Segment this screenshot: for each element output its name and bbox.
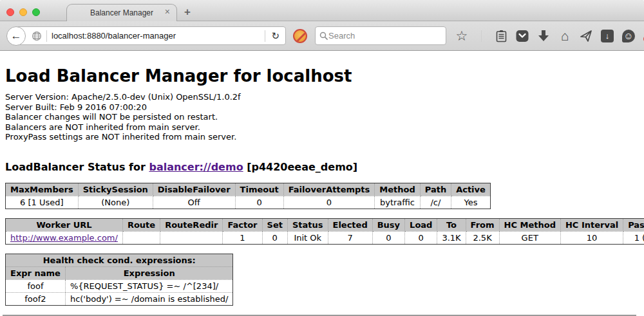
column-header: MaxMembers [6, 183, 79, 196]
table-title-row: Health check cond. expressions: [6, 254, 233, 266]
browser-window: Balancer Manager × + ← ↻ ☆ [0, 0, 644, 316]
column-header: RouteRedir [160, 218, 223, 231]
cell: GET [499, 231, 560, 244]
tab-balancer-manager[interactable]: Balancer Manager × [66, 4, 177, 21]
urlbar-divider [46, 30, 47, 42]
cell[interactable]: http://www.example.com/ [6, 231, 123, 244]
balancer-demo-link[interactable]: balancer://demo [149, 161, 243, 173]
column-header: FailoverAttempts [283, 183, 375, 196]
cell: Yes [451, 196, 491, 209]
header-row: Expr nameExpression [6, 266, 233, 279]
workers-table: Worker URLRouteRouteRedirFactorSetStatus… [5, 218, 644, 245]
column-header: Route [122, 218, 160, 231]
table-row: http://www.example.com/10Init Ok7003.1K2… [6, 231, 644, 244]
zoom-window-button[interactable] [32, 8, 40, 16]
search-input[interactable] [328, 31, 442, 41]
column-header: Set [262, 218, 287, 231]
cell: 3.1K [437, 231, 466, 244]
search-icon [319, 32, 328, 41]
traffic-lights [6, 8, 40, 16]
proxypass-notice-line: ProxyPass settings are NOT inherited fro… [5, 132, 639, 142]
pocket-icon[interactable] [516, 29, 529, 43]
reading-list-icon[interactable] [495, 29, 507, 43]
smiley-face-icon: ☺ [623, 30, 633, 42]
cell: 10 [560, 231, 623, 244]
cell: 0 [262, 231, 287, 244]
column-header: From [466, 218, 499, 231]
flashblock-icon[interactable] [293, 29, 307, 43]
back-arrow-icon: ← [11, 30, 22, 42]
header-row: MaxMembersStickySessionDisableFailoverTi… [6, 183, 491, 196]
search-bar[interactable] [315, 26, 446, 45]
new-tab-button[interactable]: + [184, 6, 191, 19]
cell: (None) [78, 196, 153, 209]
home-icon[interactable]: ⌂ [558, 29, 571, 43]
column-header: Elected [328, 218, 372, 231]
site-identity-globe-icon[interactable] [32, 31, 42, 41]
cell: 0 [372, 231, 404, 244]
column-header: Timeout [235, 183, 283, 196]
status-heading-suffix: [p4420eeae_demo] [243, 161, 358, 173]
tab-close-icon[interactable]: × [165, 7, 170, 16]
table-row: foof2hc('body') =~ /domain is establishe… [6, 292, 233, 305]
worker-url-link[interactable]: http://www.example.com/ [10, 233, 118, 243]
downloads-icon[interactable] [537, 29, 550, 43]
health-check-expressions-table: Health check cond. expressions:Expr name… [5, 254, 233, 306]
cell: Init Ok [287, 231, 328, 244]
persist-notice-line: Balancer changes will NOT be persisted o… [5, 112, 639, 122]
close-window-button[interactable] [6, 8, 14, 16]
cell: 6 [1 Used] [6, 196, 79, 209]
minimize-window-button[interactable] [19, 8, 27, 16]
reload-icon[interactable]: ↻ [270, 30, 285, 42]
inherit-notice-line: Balancers are NOT inherited from main se… [5, 122, 639, 133]
cell [122, 231, 160, 244]
cell: 2.5K [466, 231, 499, 244]
url-bar[interactable]: ↻ [15, 26, 286, 45]
balancer-settings-table: MaxMembersStickySessionDisableFailoverTi… [5, 183, 491, 209]
cell [160, 231, 223, 244]
column-header: Path [420, 183, 451, 196]
cell: hc('body') =~ /domain is established/ [65, 292, 233, 305]
server-version-line: Server Version: Apache/2.5.0-dev (Unix) … [5, 92, 639, 102]
cell: 0 [405, 231, 437, 244]
column-header: Status [287, 218, 328, 231]
send-plane-icon[interactable] [580, 29, 592, 43]
column-header: Busy [372, 218, 404, 231]
column-header: Factor [223, 218, 262, 231]
column-header: DisableFailover [153, 183, 235, 196]
urlbar-divider [265, 30, 265, 42]
table-title: Health check cond. expressions: [6, 254, 233, 266]
toolbar-icon-row: ☆ ⌂ ↓ ☺ ▾ [455, 29, 644, 43]
download-helper-icon[interactable]: ↓ [601, 30, 614, 42]
table-row: foof%{REQUEST_STATUS} =~ /^[234]/ [6, 279, 233, 292]
slash-icon [294, 30, 307, 42]
toolbar-divider [481, 30, 482, 42]
cell: bytraffic [375, 196, 420, 209]
table-row: 6 [1 Used](None)Off00bytraffic/c/Yes [6, 196, 491, 209]
column-header: HC Interval [560, 218, 623, 231]
cell: 0 [235, 196, 283, 209]
column-header: Expression [65, 266, 233, 279]
header-row: Worker URLRouteRouteRedirFactorSetStatus… [6, 218, 644, 231]
cell: 1 [223, 231, 262, 244]
column-header: Expr name [6, 266, 66, 279]
navigation-toolbar: ← ↻ ☆ [0, 21, 644, 51]
tab-title: Balancer Manager [90, 8, 153, 17]
url-input[interactable] [52, 31, 260, 41]
bookmark-star-icon[interactable]: ☆ [455, 29, 468, 43]
loadbalancer-status-heading: LoadBalancer Status for balancer://demo … [5, 161, 639, 173]
server-built-line: Server Built: Feb 9 2016 07:00:20 [5, 102, 639, 113]
cell: 1 (0) [623, 231, 644, 244]
column-header: Method [375, 183, 420, 196]
column-header: To [437, 218, 466, 231]
status-heading-prefix: LoadBalancer Status for [5, 161, 149, 173]
cell: foof [6, 279, 66, 292]
column-header: Passes [623, 218, 644, 231]
column-header: Load [405, 218, 437, 231]
back-button[interactable]: ← [6, 26, 26, 46]
cell: 0 [283, 196, 375, 209]
cell: %{REQUEST_STATUS} =~ /^[234]/ [65, 279, 233, 292]
column-header: StickySession [78, 183, 153, 196]
column-header: Worker URL [6, 218, 123, 231]
feedback-smiley-icon[interactable]: ☺ [622, 30, 635, 42]
